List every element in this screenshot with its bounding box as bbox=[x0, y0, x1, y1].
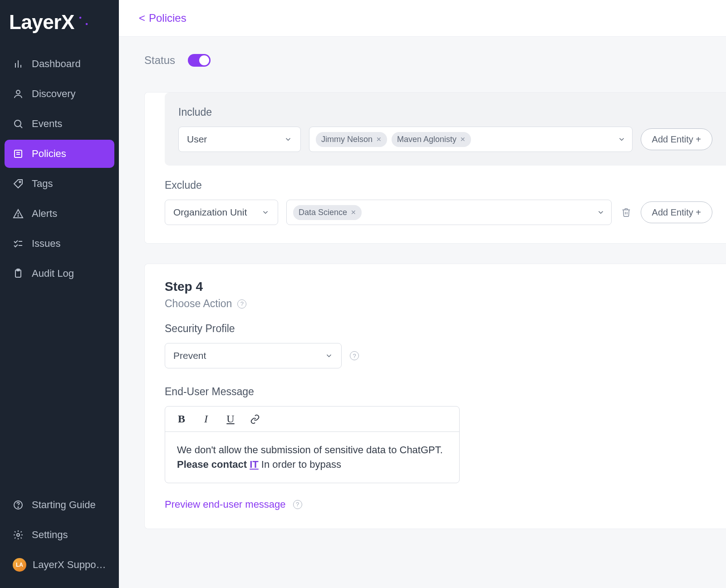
scope-card: Include User Jimmy Nelson ✕ Maven Agloni… bbox=[144, 92, 726, 244]
clipboard-icon bbox=[13, 268, 24, 279]
preview-row: Preview end-user message ? bbox=[165, 499, 708, 510]
sidebar-item-alerts[interactable]: Alerts bbox=[5, 200, 114, 228]
svg-point-0 bbox=[79, 17, 81, 19]
chip-remove-icon[interactable]: ✕ bbox=[376, 136, 382, 142]
chevron-down-icon bbox=[284, 135, 292, 143]
chevron-left-icon: < bbox=[139, 12, 145, 24]
svg-line-7 bbox=[20, 126, 22, 128]
include-title: Include bbox=[178, 106, 712, 118]
chevron-down-icon bbox=[597, 208, 605, 216]
italic-button[interactable]: I bbox=[200, 413, 212, 426]
bold-button[interactable]: B bbox=[175, 413, 188, 426]
chip: Maven Aglonisty ✕ bbox=[392, 132, 471, 147]
include-type-select[interactable]: User bbox=[178, 127, 301, 152]
exclude-delete-button[interactable] bbox=[620, 206, 633, 219]
select-value: Organization Unit bbox=[173, 207, 247, 218]
chip: Jimmy Nelson ✕ bbox=[316, 132, 387, 147]
sidebar-item-issues[interactable]: Issues bbox=[5, 230, 114, 258]
sidebar-nav: Dashboard Discovery Events Policies Tags… bbox=[0, 50, 119, 288]
preview-message-link[interactable]: Preview end-user message bbox=[165, 499, 286, 510]
exclude-add-entity-button[interactable]: Add Entity + bbox=[641, 201, 712, 223]
help-circle-icon bbox=[13, 500, 24, 510]
include-block: Include User Jimmy Nelson ✕ Maven Agloni… bbox=[165, 93, 726, 166]
chevron-down-icon bbox=[261, 208, 270, 216]
sidebar-item-dashboard[interactable]: Dashboard bbox=[5, 50, 114, 78]
sidebar-item-label: Events bbox=[32, 118, 62, 130]
chevron-down-icon bbox=[325, 352, 333, 360]
exclude-title: Exclude bbox=[165, 179, 712, 191]
sidebar-item-starting-guide[interactable]: Starting Guide bbox=[5, 491, 114, 519]
exclude-block: Exclude Organization Unit Data Science ✕ bbox=[145, 179, 726, 225]
editor-toolbar: B I U bbox=[165, 407, 459, 432]
breadcrumb-back[interactable]: < Policies bbox=[139, 12, 706, 24]
svg-point-13 bbox=[18, 216, 19, 216]
select-value: User bbox=[187, 134, 207, 145]
status-label: Status bbox=[144, 54, 175, 67]
sidebar-bottom: Starting Guide Settings LA LayerX Suppo… bbox=[0, 491, 119, 588]
underline-button[interactable]: U bbox=[224, 413, 237, 426]
svg-point-20 bbox=[17, 534, 20, 536]
include-add-entity-button[interactable]: Add Entity + bbox=[641, 128, 712, 150]
sidebar-item-policies[interactable]: Policies bbox=[5, 140, 114, 168]
sidebar-item-audit-log[interactable]: Audit Log bbox=[5, 260, 114, 288]
message-editor: B I U We don't allow the submission of s… bbox=[165, 406, 460, 483]
sidebar-item-discovery[interactable]: Discovery bbox=[5, 80, 114, 108]
help-icon[interactable]: ? bbox=[237, 299, 246, 309]
end-user-message-label: End-User Message bbox=[165, 386, 708, 398]
message-plain: We don't allow the submission of sensiti… bbox=[177, 444, 443, 456]
status-toggle[interactable] bbox=[188, 54, 211, 67]
main: < Policies Status Include User bbox=[119, 0, 726, 588]
svg-point-1 bbox=[85, 23, 88, 25]
sidebar: LayerX Dashboard Discovery Events Polici… bbox=[0, 0, 119, 588]
sidebar-item-label: Alerts bbox=[32, 208, 57, 220]
chip-label: Jimmy Nelson bbox=[321, 135, 373, 144]
security-profile-label: Security Profile bbox=[165, 323, 708, 335]
exclude-type-select[interactable]: Organization Unit bbox=[165, 200, 278, 225]
step-subtitle: Choose Action bbox=[165, 298, 232, 310]
content: Status Include User Jimmy Nelson ✕ bbox=[119, 37, 726, 588]
include-entities-input[interactable]: Jimmy Nelson ✕ Maven Aglonisty ✕ bbox=[309, 127, 633, 152]
sidebar-item-tags[interactable]: Tags bbox=[5, 170, 114, 198]
step-4-card: Step 4 Choose Action ? Security Profile … bbox=[144, 264, 726, 529]
help-icon[interactable]: ? bbox=[350, 351, 359, 360]
message-link[interactable]: IT bbox=[250, 459, 259, 470]
breadcrumb-label: Policies bbox=[149, 12, 186, 24]
sidebar-item-label: Discovery bbox=[32, 88, 76, 100]
select-value: Prevent bbox=[173, 350, 206, 361]
topbar: < Policies bbox=[119, 0, 726, 37]
chip-label: Maven Aglonisty bbox=[397, 135, 456, 144]
status-row: Status bbox=[144, 54, 726, 67]
chip-remove-icon[interactable]: ✕ bbox=[351, 209, 356, 216]
brand-logo: LayerX bbox=[0, 11, 119, 50]
svg-point-6 bbox=[15, 120, 21, 127]
sidebar-item-label: Policies bbox=[32, 148, 66, 160]
user-icon bbox=[13, 88, 24, 99]
chip-remove-icon[interactable]: ✕ bbox=[460, 136, 466, 142]
policies-icon bbox=[13, 148, 24, 159]
brand-text: LayerX bbox=[9, 11, 90, 34]
chevron-down-icon bbox=[618, 135, 626, 143]
trash-icon bbox=[621, 207, 631, 217]
link-button[interactable] bbox=[249, 413, 261, 426]
tag-icon bbox=[13, 178, 24, 189]
logo-mark-icon bbox=[77, 15, 90, 27]
message-tail: In order to bypass bbox=[259, 459, 341, 470]
sidebar-item-label: Dashboard bbox=[32, 58, 81, 70]
exclude-entities-input[interactable]: Data Science ✕ bbox=[286, 200, 612, 225]
sidebar-item-settings[interactable]: Settings bbox=[5, 521, 114, 549]
svg-point-11 bbox=[20, 181, 21, 183]
bar-chart-icon bbox=[13, 59, 24, 69]
profile-row[interactable]: LA LayerX Suppo… bbox=[5, 551, 114, 579]
sidebar-item-events[interactable]: Events bbox=[5, 110, 114, 138]
sidebar-item-label: Settings bbox=[32, 529, 68, 541]
sidebar-item-label: Issues bbox=[32, 238, 61, 250]
help-icon[interactable]: ? bbox=[293, 500, 302, 509]
message-bold: Please contact bbox=[177, 459, 250, 470]
sidebar-item-label: Audit Log bbox=[32, 268, 74, 279]
step-title: Step 4 bbox=[165, 279, 708, 294]
svg-point-19 bbox=[18, 507, 19, 508]
security-profile-select[interactable]: Prevent bbox=[165, 343, 342, 368]
alert-icon bbox=[13, 208, 24, 219]
editor-body[interactable]: We don't allow the submission of sensiti… bbox=[165, 432, 459, 483]
sidebar-item-label: Starting Guide bbox=[32, 499, 96, 511]
